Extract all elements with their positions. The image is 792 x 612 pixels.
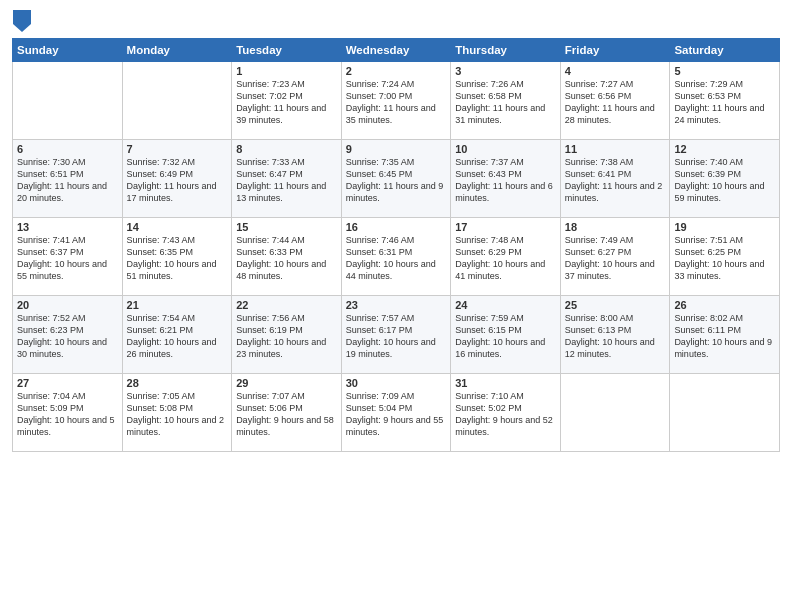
logo-general <box>12 10 31 32</box>
day-info: Sunrise: 7:54 AM Sunset: 6:21 PM Dayligh… <box>127 312 228 361</box>
day-of-week-header: Sunday <box>13 39 123 62</box>
calendar-cell: 30Sunrise: 7:09 AM Sunset: 5:04 PM Dayli… <box>341 374 451 452</box>
logo <box>12 10 31 32</box>
calendar-cell: 7Sunrise: 7:32 AM Sunset: 6:49 PM Daylig… <box>122 140 232 218</box>
day-number: 14 <box>127 221 228 233</box>
day-of-week-header: Thursday <box>451 39 561 62</box>
day-number: 1 <box>236 65 337 77</box>
day-info: Sunrise: 7:35 AM Sunset: 6:45 PM Dayligh… <box>346 156 447 205</box>
calendar-cell: 6Sunrise: 7:30 AM Sunset: 6:51 PM Daylig… <box>13 140 123 218</box>
calendar-week-row: 27Sunrise: 7:04 AM Sunset: 5:09 PM Dayli… <box>13 374 780 452</box>
day-of-week-header: Monday <box>122 39 232 62</box>
day-number: 13 <box>17 221 118 233</box>
day-of-week-header: Wednesday <box>341 39 451 62</box>
calendar-cell: 20Sunrise: 7:52 AM Sunset: 6:23 PM Dayli… <box>13 296 123 374</box>
calendar-cell: 15Sunrise: 7:44 AM Sunset: 6:33 PM Dayli… <box>232 218 342 296</box>
calendar-cell: 10Sunrise: 7:37 AM Sunset: 6:43 PM Dayli… <box>451 140 561 218</box>
calendar-cell: 22Sunrise: 7:56 AM Sunset: 6:19 PM Dayli… <box>232 296 342 374</box>
calendar-cell: 17Sunrise: 7:48 AM Sunset: 6:29 PM Dayli… <box>451 218 561 296</box>
day-info: Sunrise: 7:10 AM Sunset: 5:02 PM Dayligh… <box>455 390 556 439</box>
day-of-week-header: Tuesday <box>232 39 342 62</box>
day-number: 10 <box>455 143 556 155</box>
calendar-week-row: 13Sunrise: 7:41 AM Sunset: 6:37 PM Dayli… <box>13 218 780 296</box>
calendar-cell: 11Sunrise: 7:38 AM Sunset: 6:41 PM Dayli… <box>560 140 670 218</box>
calendar-cell: 4Sunrise: 7:27 AM Sunset: 6:56 PM Daylig… <box>560 62 670 140</box>
day-info: Sunrise: 7:04 AM Sunset: 5:09 PM Dayligh… <box>17 390 118 439</box>
calendar-cell <box>13 62 123 140</box>
calendar-cell: 14Sunrise: 7:43 AM Sunset: 6:35 PM Dayli… <box>122 218 232 296</box>
day-number: 5 <box>674 65 775 77</box>
day-info: Sunrise: 7:59 AM Sunset: 6:15 PM Dayligh… <box>455 312 556 361</box>
day-info: Sunrise: 7:44 AM Sunset: 6:33 PM Dayligh… <box>236 234 337 283</box>
day-number: 11 <box>565 143 666 155</box>
calendar-cell: 13Sunrise: 7:41 AM Sunset: 6:37 PM Dayli… <box>13 218 123 296</box>
calendar-cell: 2Sunrise: 7:24 AM Sunset: 7:00 PM Daylig… <box>341 62 451 140</box>
day-info: Sunrise: 7:56 AM Sunset: 6:19 PM Dayligh… <box>236 312 337 361</box>
day-number: 6 <box>17 143 118 155</box>
day-number: 17 <box>455 221 556 233</box>
day-info: Sunrise: 7:43 AM Sunset: 6:35 PM Dayligh… <box>127 234 228 283</box>
day-info: Sunrise: 7:57 AM Sunset: 6:17 PM Dayligh… <box>346 312 447 361</box>
calendar-week-row: 6Sunrise: 7:30 AM Sunset: 6:51 PM Daylig… <box>13 140 780 218</box>
calendar-cell: 24Sunrise: 7:59 AM Sunset: 6:15 PM Dayli… <box>451 296 561 374</box>
svg-marker-0 <box>13 10 31 32</box>
day-number: 29 <box>236 377 337 389</box>
day-info: Sunrise: 7:27 AM Sunset: 6:56 PM Dayligh… <box>565 78 666 127</box>
day-number: 20 <box>17 299 118 311</box>
day-number: 23 <box>346 299 447 311</box>
day-info: Sunrise: 7:26 AM Sunset: 6:58 PM Dayligh… <box>455 78 556 127</box>
day-info: Sunrise: 7:23 AM Sunset: 7:02 PM Dayligh… <box>236 78 337 127</box>
day-info: Sunrise: 7:51 AM Sunset: 6:25 PM Dayligh… <box>674 234 775 283</box>
day-number: 7 <box>127 143 228 155</box>
calendar-cell: 31Sunrise: 7:10 AM Sunset: 5:02 PM Dayli… <box>451 374 561 452</box>
calendar-cell: 9Sunrise: 7:35 AM Sunset: 6:45 PM Daylig… <box>341 140 451 218</box>
day-number: 26 <box>674 299 775 311</box>
day-info: Sunrise: 7:09 AM Sunset: 5:04 PM Dayligh… <box>346 390 447 439</box>
header <box>12 10 780 32</box>
day-info: Sunrise: 7:37 AM Sunset: 6:43 PM Dayligh… <box>455 156 556 205</box>
day-info: Sunrise: 7:24 AM Sunset: 7:00 PM Dayligh… <box>346 78 447 127</box>
day-info: Sunrise: 8:00 AM Sunset: 6:13 PM Dayligh… <box>565 312 666 361</box>
calendar-cell: 29Sunrise: 7:07 AM Sunset: 5:06 PM Dayli… <box>232 374 342 452</box>
day-info: Sunrise: 7:32 AM Sunset: 6:49 PM Dayligh… <box>127 156 228 205</box>
day-info: Sunrise: 7:33 AM Sunset: 6:47 PM Dayligh… <box>236 156 337 205</box>
day-number: 8 <box>236 143 337 155</box>
calendar-cell: 18Sunrise: 7:49 AM Sunset: 6:27 PM Dayli… <box>560 218 670 296</box>
calendar-cell: 16Sunrise: 7:46 AM Sunset: 6:31 PM Dayli… <box>341 218 451 296</box>
calendar-cell <box>670 374 780 452</box>
day-info: Sunrise: 7:46 AM Sunset: 6:31 PM Dayligh… <box>346 234 447 283</box>
day-number: 12 <box>674 143 775 155</box>
calendar-cell: 1Sunrise: 7:23 AM Sunset: 7:02 PM Daylig… <box>232 62 342 140</box>
calendar-week-row: 20Sunrise: 7:52 AM Sunset: 6:23 PM Dayli… <box>13 296 780 374</box>
day-number: 21 <box>127 299 228 311</box>
calendar-week-row: 1Sunrise: 7:23 AM Sunset: 7:02 PM Daylig… <box>13 62 780 140</box>
calendar-cell: 19Sunrise: 7:51 AM Sunset: 6:25 PM Dayli… <box>670 218 780 296</box>
day-number: 22 <box>236 299 337 311</box>
day-number: 19 <box>674 221 775 233</box>
day-info: Sunrise: 7:29 AM Sunset: 6:53 PM Dayligh… <box>674 78 775 127</box>
day-number: 16 <box>346 221 447 233</box>
calendar-cell: 28Sunrise: 7:05 AM Sunset: 5:08 PM Dayli… <box>122 374 232 452</box>
day-info: Sunrise: 7:30 AM Sunset: 6:51 PM Dayligh… <box>17 156 118 205</box>
calendar-cell <box>560 374 670 452</box>
day-number: 15 <box>236 221 337 233</box>
day-number: 4 <box>565 65 666 77</box>
calendar-cell: 26Sunrise: 8:02 AM Sunset: 6:11 PM Dayli… <box>670 296 780 374</box>
day-number: 30 <box>346 377 447 389</box>
day-of-week-header: Friday <box>560 39 670 62</box>
calendar-cell: 21Sunrise: 7:54 AM Sunset: 6:21 PM Dayli… <box>122 296 232 374</box>
day-info: Sunrise: 7:52 AM Sunset: 6:23 PM Dayligh… <box>17 312 118 361</box>
day-info: Sunrise: 8:02 AM Sunset: 6:11 PM Dayligh… <box>674 312 775 361</box>
day-of-week-header: Saturday <box>670 39 780 62</box>
day-number: 9 <box>346 143 447 155</box>
day-info: Sunrise: 7:38 AM Sunset: 6:41 PM Dayligh… <box>565 156 666 205</box>
day-info: Sunrise: 7:48 AM Sunset: 6:29 PM Dayligh… <box>455 234 556 283</box>
day-number: 25 <box>565 299 666 311</box>
calendar-cell: 3Sunrise: 7:26 AM Sunset: 6:58 PM Daylig… <box>451 62 561 140</box>
calendar-cell: 5Sunrise: 7:29 AM Sunset: 6:53 PM Daylig… <box>670 62 780 140</box>
calendar-cell: 25Sunrise: 8:00 AM Sunset: 6:13 PM Dayli… <box>560 296 670 374</box>
day-number: 2 <box>346 65 447 77</box>
day-number: 3 <box>455 65 556 77</box>
calendar-table: SundayMondayTuesdayWednesdayThursdayFrid… <box>12 38 780 452</box>
calendar-header-row: SundayMondayTuesdayWednesdayThursdayFrid… <box>13 39 780 62</box>
